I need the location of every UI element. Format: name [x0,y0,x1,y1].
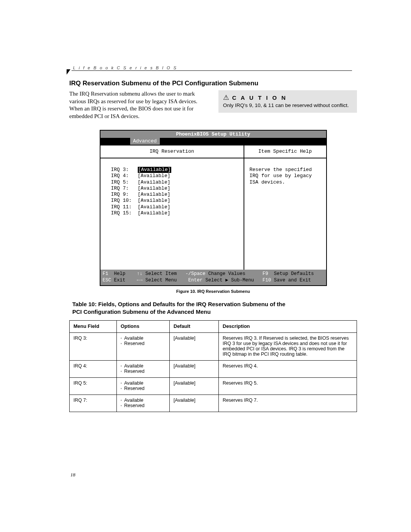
cell-default: [Available] [170,361,219,378]
cell-default: [Available] [170,333,219,361]
bios-help-text: Reserve the specifiedIRQ for use by lega… [244,158,326,185]
th-options: Options [117,321,170,333]
cell-default: [Available] [170,395,219,412]
bios-window-title: PhoenixBIOS Setup Utility [100,131,326,138]
cell-description: Reserves IRQ 5. [219,378,357,395]
header-pointer-icon [67,69,70,75]
table-row: IRQ 7:AvailableReserved[Available]Reserv… [70,395,357,412]
bios-menu-bar: Advanced [100,138,326,145]
bios-irq-row[interactable]: IRQ 15: [Available] [111,210,244,216]
cell-default: [Available] [170,378,219,395]
cell-description: Reserves IRQ 3. If Reserved is selected,… [219,333,357,361]
page-number: 18 [70,472,75,478]
caution-box: ⚠ C A U T I O N Only IRQ's 9, 10, & 11 c… [218,90,357,113]
table-header-row: Menu Field Options Default Description [70,321,357,333]
section-title: IRQ Reservation Submenu of the PCI Confi… [69,80,357,87]
figure-caption: Figure 10. IRQ Reservation Submenu [69,289,357,294]
th-menu-field: Menu Field [70,321,117,333]
table-row: IRQ 4:AvailableReserved[Available]Reserv… [70,361,357,378]
bios-irq-row[interactable]: IRQ 3: [Available] [111,167,244,173]
caution-text: Only IRQ's 9, 10, & 11 can be reserved w… [223,102,352,108]
table-row: IRQ 3:AvailableReserved[Available]Reserv… [70,333,357,361]
bios-nav-bar: F1 Help ↑↓ Select Item -/Space Change Va… [100,270,326,285]
table-caption: Table 10: Fields, Options and Defaults f… [72,300,357,316]
cell-options: AvailableReserved [117,395,170,412]
cell-menu-field: IRQ 5: [70,378,117,395]
cell-menu-field: IRQ 7: [70,395,117,412]
bios-irq-row[interactable]: IRQ 11: [Available] [111,204,244,210]
bios-irq-row[interactable]: IRQ 9: [Available] [111,192,244,198]
cell-options: AvailableReserved [117,361,170,378]
bios-tab-advanced[interactable]: Advanced [130,138,160,145]
bios-irq-row[interactable]: IRQ 5: [Available] [111,179,244,185]
bios-screenshot: PhoenixBIOS Setup Utility Advanced IRQ R… [100,130,327,286]
th-description: Description [219,321,357,333]
header-rule [72,70,352,71]
table-row: IRQ 5:AvailableReserved[Available]Reserv… [70,378,357,395]
bios-irq-row[interactable]: IRQ 7: [Available] [111,185,244,192]
th-default: Default [170,321,219,333]
running-header: L i f e B o o k C S e r i e s B I O S [73,66,177,70]
bios-irq-list: IRQ 3: [Available]IRQ 4: [Available]IRQ … [100,158,244,216]
cell-description: Reserves IRQ 7. [219,395,357,412]
intro-paragraph: The IRQ Reservation submenu allows the u… [69,90,208,120]
bios-left-panel-title: IRQ Reservation [100,145,244,158]
fields-table: Menu Field Options Default Description I… [69,320,357,412]
bios-help-panel-title: Item Specific Help [244,145,326,158]
bios-irq-row[interactable]: IRQ 4: [Available] [111,173,244,179]
cell-menu-field: IRQ 4: [70,361,117,378]
cell-options: AvailableReserved [117,333,170,361]
cell-menu-field: IRQ 3: [70,333,117,361]
cell-description: Reserves IRQ 4. [219,361,357,378]
caution-label: C A U T I O N [232,94,287,101]
cell-options: AvailableReserved [117,378,170,395]
bios-irq-row[interactable]: IRQ 10: [Available] [111,198,244,204]
caution-icon: ⚠ [223,94,229,101]
